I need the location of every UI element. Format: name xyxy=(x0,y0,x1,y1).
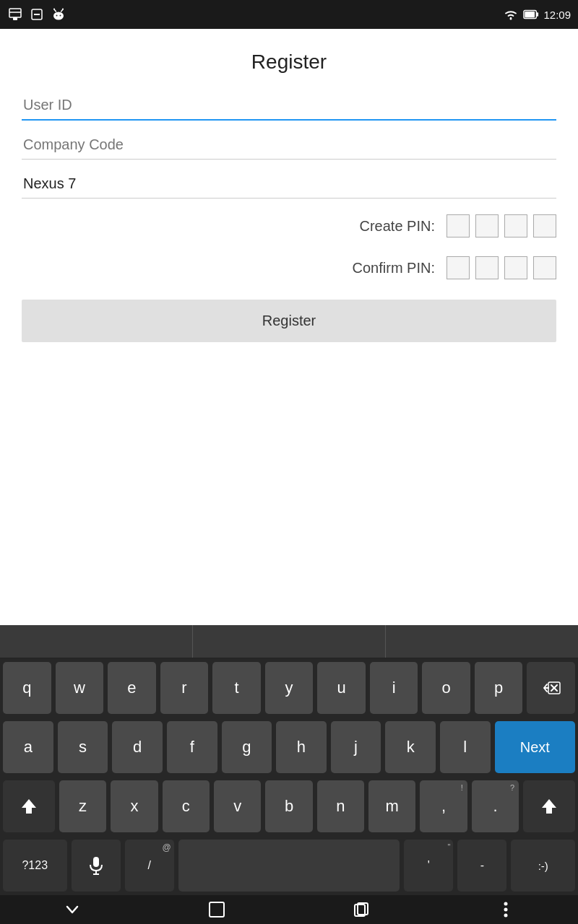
create-pin-box-4[interactable] xyxy=(533,214,556,237)
svg-point-29 xyxy=(504,914,508,918)
kb-row-2: a s d f g h j k l Next xyxy=(0,718,578,777)
svg-marker-19 xyxy=(22,799,36,814)
userid-field-wrapper xyxy=(22,91,556,123)
create-pin-box-2[interactable] xyxy=(475,214,499,237)
svg-line-8 xyxy=(54,9,56,12)
svg-marker-20 xyxy=(542,799,556,814)
key-c[interactable]: c xyxy=(163,780,210,832)
key-w[interactable]: w xyxy=(56,662,104,714)
svg-rect-21 xyxy=(93,857,99,867)
svg-rect-14 xyxy=(537,12,539,17)
key-j[interactable]: j xyxy=(331,721,381,773)
key-sym[interactable]: ?123 xyxy=(3,840,67,892)
key-s[interactable]: s xyxy=(58,721,108,773)
create-pin-box-1[interactable] xyxy=(447,214,470,237)
svg-rect-0 xyxy=(9,9,21,17)
svg-rect-15 xyxy=(525,12,535,17)
key-y[interactable]: y xyxy=(265,662,314,714)
app-content: Register Create PIN: Confirm PIN: Regist… xyxy=(0,29,578,357)
companycode-field-wrapper xyxy=(22,131,556,162)
svg-rect-4 xyxy=(34,14,40,15)
notification-icon-2 xyxy=(29,6,45,22)
key-m[interactable]: m xyxy=(368,780,415,832)
confirm-pin-row: Confirm PIN: xyxy=(22,250,556,285)
nav-bar xyxy=(0,895,578,924)
key-g[interactable]: g xyxy=(222,721,272,773)
key-comma[interactable]: ,! xyxy=(420,780,467,832)
userid-input[interactable] xyxy=(22,91,556,121)
svg-rect-2 xyxy=(13,17,17,20)
key-f[interactable]: f xyxy=(167,721,217,773)
key-u[interactable]: u xyxy=(317,662,366,714)
backspace-key[interactable] xyxy=(527,662,575,714)
key-apostrophe[interactable]: '" xyxy=(404,840,453,892)
confirm-pin-box-4[interactable] xyxy=(533,256,556,279)
svg-point-5 xyxy=(53,12,64,20)
key-slash[interactable]: /@ xyxy=(125,840,174,892)
key-t[interactable]: t xyxy=(212,662,261,714)
device-field-wrapper xyxy=(22,170,556,201)
keyboard-area: q w e r t y u i o p a s d f g h j k l Ne… xyxy=(0,625,578,895)
svg-line-9 xyxy=(61,9,64,12)
key-dash[interactable]: - xyxy=(457,840,506,892)
nav-back[interactable] xyxy=(62,899,82,920)
kb-row-4: ?123 /@ '" - :-) xyxy=(0,836,578,895)
shift-right-key[interactable] xyxy=(523,780,575,832)
key-b[interactable]: b xyxy=(265,780,312,832)
key-n[interactable]: n xyxy=(317,780,364,832)
key-h[interactable]: h xyxy=(276,721,327,773)
confirm-pin-box-3[interactable] xyxy=(504,256,527,279)
key-a[interactable]: a xyxy=(3,721,53,773)
create-pin-label: Create PIN: xyxy=(360,218,435,235)
svg-rect-24 xyxy=(210,902,224,917)
create-pin-box-3[interactable] xyxy=(504,214,527,237)
shift-left-key[interactable] xyxy=(3,780,55,832)
status-bar: 12:09 xyxy=(0,0,578,29)
status-left-icons xyxy=(7,6,66,22)
register-button[interactable]: Register xyxy=(22,300,556,342)
svg-point-27 xyxy=(504,902,508,906)
svg-point-11 xyxy=(62,9,64,10)
confirm-pin-box-1[interactable] xyxy=(447,256,470,279)
svg-point-28 xyxy=(504,908,508,912)
key-r[interactable]: r xyxy=(160,662,209,714)
key-mic[interactable] xyxy=(72,840,121,892)
key-v[interactable]: v xyxy=(214,780,261,832)
clock: 12:09 xyxy=(543,9,571,21)
key-period[interactable]: .? xyxy=(472,780,519,832)
kb-row-3: z x c v b n m ,! .? xyxy=(0,777,578,836)
confirm-pin-label: Confirm PIN: xyxy=(353,260,435,276)
nav-home[interactable] xyxy=(207,899,227,920)
key-emoji[interactable]: :-) xyxy=(511,840,575,892)
key-o[interactable]: o xyxy=(422,662,470,714)
confirm-pin-box-2[interactable] xyxy=(475,256,499,279)
battery-icon xyxy=(523,9,539,20)
device-input[interactable] xyxy=(22,170,556,199)
create-pin-row: Create PIN: xyxy=(22,209,556,243)
next-key[interactable]: Next xyxy=(495,721,575,773)
key-l[interactable]: l xyxy=(440,721,491,773)
nav-recents[interactable] xyxy=(351,899,371,920)
create-pin-boxes xyxy=(447,214,556,237)
key-z[interactable]: z xyxy=(59,780,106,832)
key-k[interactable]: k xyxy=(385,721,436,773)
wifi-icon xyxy=(503,8,519,21)
kb-row-1: q w e r t y u i o p xyxy=(0,658,578,718)
key-d[interactable]: d xyxy=(112,721,163,773)
suggestion-3[interactable] xyxy=(386,625,578,658)
key-x[interactable]: x xyxy=(111,780,158,832)
key-q[interactable]: q xyxy=(3,662,51,714)
companycode-input[interactable] xyxy=(22,131,556,160)
svg-point-7 xyxy=(60,15,61,17)
android-icon xyxy=(51,6,66,22)
nav-menu[interactable] xyxy=(496,899,516,920)
confirm-pin-boxes xyxy=(447,256,556,279)
key-space[interactable] xyxy=(178,840,400,892)
key-e[interactable]: e xyxy=(108,662,156,714)
suggestion-1[interactable] xyxy=(0,625,193,658)
suggestion-2[interactable] xyxy=(193,625,386,658)
svg-point-12 xyxy=(510,18,512,20)
key-p[interactable]: p xyxy=(475,662,523,714)
status-right-icons: 12:09 xyxy=(503,8,571,21)
key-i[interactable]: i xyxy=(370,662,418,714)
